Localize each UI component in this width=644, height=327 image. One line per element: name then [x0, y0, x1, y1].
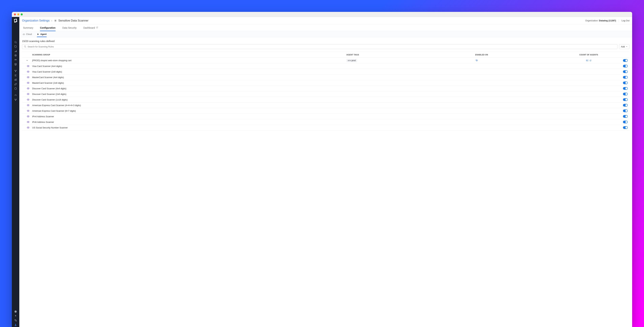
dashboard-nav-icon[interactable] — [12, 49, 19, 53]
svg-point-24 — [28, 105, 28, 106]
history-nav-icon[interactable] — [12, 44, 19, 49]
rule-row[interactable]: American Express Card Scanner (4+4+4+3 d… — [22, 102, 630, 108]
titlebar — [12, 12, 632, 17]
rule-toggle[interactable] — [623, 126, 628, 129]
target-nav-icon[interactable] — [12, 53, 19, 58]
rule-row[interactable]: Discover Card Scanner (1x16 digits) — [22, 97, 630, 102]
eye-icon — [22, 98, 32, 101]
rule-name: Discover Card Scanner (2x8 digits) — [32, 93, 346, 96]
apm-nav-icon[interactable] — [12, 78, 19, 82]
search-nav-icon[interactable] — [12, 40, 19, 44]
logout-link[interactable]: Log Out — [622, 19, 630, 22]
rule-toggle[interactable] — [623, 115, 628, 118]
chevron-right-icon: › — [51, 19, 52, 22]
col-agent-count: COUNT OF AGENTS — [562, 52, 616, 58]
rule-name: IPv6 Address Scanner — [32, 121, 346, 123]
close-icon[interactable] — [14, 14, 16, 16]
datadog-logo-icon[interactable] — [13, 18, 18, 23]
svg-point-10 — [16, 100, 16, 101]
eye-icon — [22, 93, 32, 96]
tab-configuration[interactable]: Configuration — [40, 24, 56, 31]
binoculars-nav-icon[interactable] — [12, 58, 19, 62]
rule-toggle[interactable] — [623, 98, 628, 101]
eye-icon — [22, 115, 32, 118]
svg-point-14 — [55, 20, 56, 21]
search-input[interactable] — [28, 46, 616, 48]
svg-rect-11 — [15, 320, 16, 320]
team-nav-icon[interactable] — [12, 318, 19, 322]
network-nav-icon[interactable] — [12, 69, 19, 73]
col-scanning-group: SCANNING GROUP — [32, 52, 346, 58]
rule-name: MasterCard Scanner (4x4 digits) — [32, 76, 346, 78]
scanner-icon — [54, 19, 57, 22]
table-header: SCANNING GROUP AGENT TAGS ENABLED ON COU… — [22, 52, 630, 58]
svg-point-9 — [16, 99, 16, 100]
rule-row[interactable]: Visa Card Scanner (2x8 digits) — [22, 69, 630, 74]
shield-nav-icon[interactable] — [12, 86, 19, 91]
expand-chevron-icon[interactable] — [22, 59, 32, 62]
rule-row[interactable]: American Express Card Scanner (8+7 digit… — [22, 108, 630, 114]
rule-row[interactable]: MasterCard Scanner (4x4 digits) — [22, 74, 630, 80]
divider — [619, 19, 619, 22]
rule-name: American Express Card Scanner (4+4+4+3 d… — [32, 104, 346, 106]
enabled-on-icon — [475, 59, 562, 62]
rule-row[interactable]: US Social Security Number Scanner — [22, 125, 630, 130]
eye-icon — [22, 126, 32, 129]
flow-nav-icon[interactable] — [12, 98, 19, 102]
link-nav-icon[interactable] — [12, 82, 19, 86]
page-title: Sensitive Data Scanner — [58, 19, 88, 22]
group-name: [PROD] shopist web-store shopping cart — [32, 59, 346, 62]
tab-data-security[interactable]: Data Security — [62, 24, 76, 31]
eye-icon — [22, 121, 32, 123]
layers-nav-icon[interactable] — [12, 62, 19, 66]
maximize-icon[interactable] — [21, 14, 23, 16]
svg-point-0 — [15, 41, 16, 43]
rule-row[interactable]: IPv4 Address Scanner — [22, 114, 630, 119]
add-button[interactable]: Add — [619, 44, 630, 49]
svg-point-27 — [28, 122, 28, 122]
rule-toggle[interactable] — [623, 76, 628, 78]
svg-point-25 — [28, 110, 28, 111]
tab-dashboard[interactable]: Dashboard — [84, 24, 98, 31]
search-icon — [24, 46, 26, 48]
group-toggle[interactable] — [623, 59, 628, 62]
search-field[interactable] — [22, 44, 618, 49]
eye-icon — [22, 82, 32, 84]
gauge-nav-icon[interactable] — [12, 93, 19, 98]
rule-toggle[interactable] — [623, 82, 628, 84]
rule-toggle[interactable] — [623, 110, 628, 112]
agent-icon — [37, 33, 39, 36]
rule-name: Visa Card Scanner (4x4 digits) — [32, 65, 346, 68]
svg-point-28 — [28, 127, 28, 128]
rule-toggle[interactable] — [623, 104, 628, 106]
svg-point-23 — [28, 99, 28, 100]
minimize-icon[interactable] — [17, 14, 19, 16]
eye-icon — [22, 104, 32, 106]
puzzle-nav-icon[interactable] — [12, 310, 19, 314]
rule-row[interactable]: Discover Card Scanner (4x4 digits) — [22, 86, 630, 91]
rule-toggle[interactable] — [623, 65, 628, 68]
settings-nav-icon[interactable] — [12, 322, 19, 327]
primary-tabs: SummaryConfigurationData SecurityDashboa… — [19, 24, 632, 31]
tab-summary[interactable]: Summary — [23, 24, 33, 31]
svg-point-17 — [28, 66, 28, 66]
subtab-cloud[interactable]: Cloud — [23, 31, 32, 37]
agent-count-link[interactable]: 92 — [586, 59, 588, 62]
eye-icon — [22, 87, 32, 90]
rule-row[interactable]: Visa Card Scanner (4x4 digits) — [22, 63, 630, 69]
rule-toggle[interactable] — [623, 93, 628, 96]
rule-row[interactable]: Discover Card Scanner (2x8 digits) — [22, 91, 630, 97]
rule-toggle[interactable] — [623, 121, 628, 123]
breadcrumb-root-link[interactable]: Organization Settings — [22, 19, 50, 22]
subtab-agent[interactable]: Agent — [37, 31, 46, 37]
scanning-group-row[interactable]: [PROD] shopist web-store shopping cart e… — [22, 58, 630, 63]
secondary-tabs: CloudAgent — [19, 31, 632, 37]
rule-row[interactable]: IPv6 Address Scanner — [22, 119, 630, 125]
subtab-label: Cloud — [26, 33, 32, 36]
agent-tag-pill[interactable]: env:prod — [346, 59, 357, 62]
list-nav-icon[interactable] — [12, 73, 19, 78]
rule-toggle[interactable] — [623, 70, 628, 73]
sparkle-nav-icon[interactable] — [12, 314, 19, 318]
rule-row[interactable]: MasterCard Scanner (2x8 digits) — [22, 80, 630, 86]
rule-toggle[interactable] — [623, 87, 628, 90]
